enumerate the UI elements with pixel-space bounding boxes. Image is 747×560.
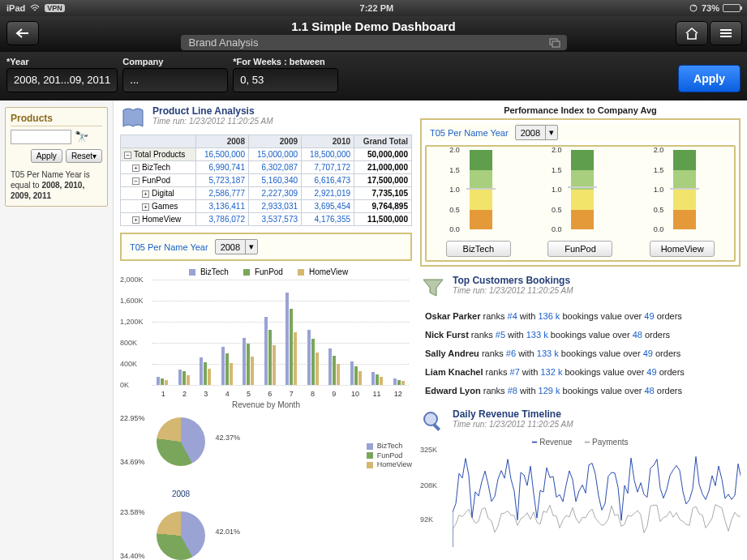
battery-icon xyxy=(723,4,741,12)
bar xyxy=(161,378,164,385)
revenue-by-month-chart: BizTechFunPodHomeView 123456789101112 Re… xyxy=(120,267,412,409)
top-customers: Top Customers Bookings Time run: 1/23/20… xyxy=(420,275,741,404)
gauge-button-biztech[interactable]: BizTech xyxy=(446,241,511,257)
book-icon xyxy=(120,105,146,131)
table-row-label[interactable]: +BizTech xyxy=(121,161,196,174)
bar xyxy=(182,371,186,385)
chevron-down-icon: ▾ xyxy=(245,240,257,254)
x-tick: 12 xyxy=(388,390,409,398)
table-row-label[interactable]: −Total Products xyxy=(121,148,196,161)
expand-icon[interactable]: + xyxy=(142,190,149,198)
clock: 7:22 PM xyxy=(65,3,689,13)
subtitle-dropdown[interactable]: Brand Analysis xyxy=(181,35,567,50)
svg-rect-7 xyxy=(432,423,440,431)
daily-revenue-timeline: Daily Revenue Timeline Time run: 1/23/20… xyxy=(420,408,741,560)
pla-year-dropdown[interactable]: 2008 ▾ xyxy=(215,239,258,254)
bar xyxy=(187,375,190,385)
bar xyxy=(200,357,203,385)
gauge-button-funpod[interactable]: FunPod xyxy=(547,241,612,257)
perf-selector-label: T05 Per Name Year xyxy=(430,128,509,138)
bar xyxy=(204,362,207,385)
x-tick: 8 xyxy=(302,390,323,398)
table-cell: 4,176,355 xyxy=(302,213,354,226)
sidebar: Products 🔭 Apply Reset▾ T05 Per Name Yea… xyxy=(0,100,114,560)
table-cell: 7,707,172 xyxy=(302,161,354,174)
sidebar-reset-button[interactable]: Reset▾ xyxy=(66,149,102,163)
table-header: 2009 xyxy=(248,135,301,148)
bar xyxy=(290,309,293,385)
filter-weeks-input[interactable]: 0, 53 xyxy=(233,68,338,92)
customer-row: Sally Andreu ranks #6 with 133 k booking… xyxy=(425,344,736,363)
pla-selector-label: T05 Per Name Year xyxy=(130,242,208,252)
collapse-icon[interactable]: − xyxy=(132,177,140,185)
collapse-icon[interactable]: − xyxy=(124,152,131,159)
legend-item: HomeView xyxy=(367,460,412,470)
bar xyxy=(208,369,211,385)
table-row-label[interactable]: −FunPod xyxy=(121,174,196,187)
filter-weeks-label: *For Weeks : between xyxy=(233,57,338,66)
apply-button[interactable]: Apply xyxy=(678,65,741,92)
gauge-button-homeview[interactable]: HomeView xyxy=(650,241,715,257)
customer-row: Oskar Parker ranks #4 with 136 k booking… xyxy=(425,307,736,326)
table-cell: 6,616,473 xyxy=(302,174,354,187)
bar xyxy=(157,377,160,385)
perf-title: Performance Index to Company Avg xyxy=(420,105,741,115)
product-line-analysis: Product Line Analysis Time run: 1/23/201… xyxy=(120,105,412,560)
filter-year-input[interactable]: 2008, 201...09, 2011 xyxy=(6,68,118,92)
legend-item: FunPod xyxy=(238,267,283,276)
table-cell: 15,000,000 xyxy=(248,148,301,161)
legend-item: BizTech xyxy=(367,442,412,451)
home-button[interactable] xyxy=(676,21,708,45)
svg-rect-1 xyxy=(720,29,732,31)
table-cell: 3,786,072 xyxy=(195,213,248,226)
expand-icon[interactable]: + xyxy=(132,165,140,172)
expand-icon[interactable]: + xyxy=(132,216,140,224)
back-button[interactable] xyxy=(6,21,39,45)
products-search-input[interactable] xyxy=(11,130,71,144)
device-label: iPad xyxy=(6,3,25,13)
legend-item: ━ Payments xyxy=(585,438,628,447)
x-tick: 2 xyxy=(174,390,195,398)
legend-item: BizTech xyxy=(184,267,229,276)
bar xyxy=(178,370,182,386)
table-row-label[interactable]: +Digital xyxy=(121,187,196,200)
filter-company-label: Company xyxy=(122,57,228,66)
options-button[interactable] xyxy=(710,21,742,45)
x-tick: 10 xyxy=(345,390,366,398)
pla-title: Product Line Analysis xyxy=(152,105,273,117)
table-cell: 9,764,895 xyxy=(354,200,412,213)
subtitle-text: Brand Analysis xyxy=(189,36,259,49)
filter-company-input[interactable]: ... xyxy=(122,68,228,92)
bar xyxy=(328,348,332,386)
table-cell: 3,136,411 xyxy=(195,200,248,213)
sidebar-apply-button[interactable]: Apply xyxy=(31,149,62,163)
bar xyxy=(247,344,250,385)
bar xyxy=(376,374,379,385)
sidebar-title: Products xyxy=(11,113,102,126)
perf-year-dropdown[interactable]: 2008 ▾ xyxy=(515,125,558,140)
table-row-label[interactable]: +HomeView xyxy=(121,213,196,226)
bar xyxy=(358,371,362,385)
gauge: 2.01.51.00.50.0 HomeView xyxy=(646,150,719,257)
table-header: Grand Total xyxy=(354,135,412,148)
bar xyxy=(268,330,272,385)
app-titlebar: 1.1 Simple Demo Dashboard Brand Analysis xyxy=(0,16,747,52)
table-cell: 2,921,019 xyxy=(302,187,354,200)
table-cell: 3,695,454 xyxy=(302,200,354,213)
chevron-down-icon: ▾ xyxy=(545,126,557,139)
table-cell: 2,227,309 xyxy=(248,187,301,200)
binoculars-icon[interactable]: 🔭 xyxy=(75,130,88,143)
bar xyxy=(401,381,405,385)
bar xyxy=(251,357,254,385)
brand-share-pies: BizTech FunPod HomeView 42.37% 34.69% 22… xyxy=(120,409,412,560)
timeline-series xyxy=(453,505,741,548)
customer-row: Edward Lyon ranks #8 with 129 k bookings… xyxy=(425,382,736,400)
legend-item: HomeView xyxy=(293,267,348,276)
timeline-series xyxy=(453,457,741,548)
expand-icon[interactable]: + xyxy=(142,203,149,211)
wifi-icon xyxy=(30,4,40,12)
sidebar-filter-summary: T05 Per Name Year is equal to 2008, 2010… xyxy=(11,169,102,201)
bar xyxy=(294,332,297,385)
tc-title: Top Customers Bookings xyxy=(453,275,573,286)
table-row-label[interactable]: +Games xyxy=(121,200,196,213)
